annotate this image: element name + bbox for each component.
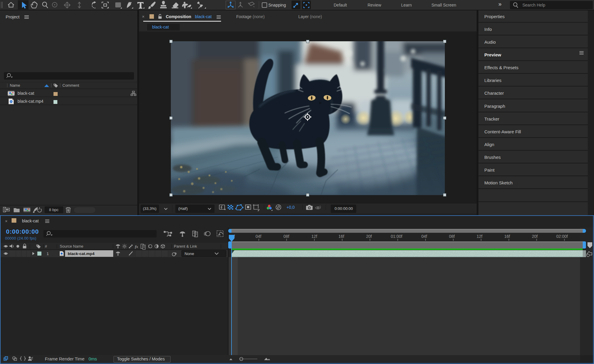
svg-text:None: None	[185, 251, 194, 256]
svg-text:1: 1	[47, 251, 49, 256]
svg-text:fx: fx	[135, 244, 138, 249]
svg-text:+0,0: +0,0	[286, 205, 295, 210]
svg-text:8 bpc: 8 bpc	[49, 208, 59, 212]
svg-text:black-cat.mp4: black-cat.mp4	[68, 251, 95, 256]
